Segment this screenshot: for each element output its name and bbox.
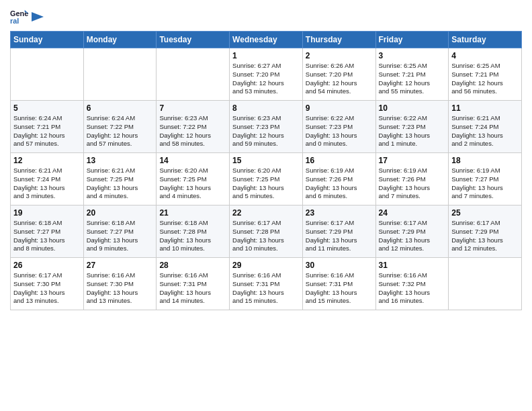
week-row-2: 12Sunrise: 6:21 AMSunset: 7:24 PMDayligh…: [11, 153, 522, 205]
cell-info: Sunrise: 6:25 AMSunset: 7:21 PMDaylight:…: [379, 62, 446, 96]
day-number: 14: [159, 156, 226, 165]
day-number: 6: [87, 103, 154, 113]
cell-info: Sunrise: 6:19 AMSunset: 7:27 PMDaylight:…: [451, 167, 519, 201]
weekday-header-wednesday: Wednesday: [230, 32, 303, 48]
day-number: 21: [159, 208, 226, 218]
calendar-cell: 1Sunrise: 6:27 AMSunset: 7:20 PMDaylight…: [230, 48, 303, 101]
day-number: 7: [159, 103, 226, 113]
day-number: 26: [13, 261, 81, 270]
day-number: 25: [451, 208, 519, 218]
calendar-cell: 18Sunrise: 6:19 AMSunset: 7:27 PMDayligh…: [449, 153, 522, 205]
weekday-header-sunday: Sunday: [11, 32, 84, 48]
calendar-cell: [157, 48, 230, 101]
cell-info: Sunrise: 6:17 AMSunset: 7:29 PMDaylight:…: [379, 219, 446, 253]
day-number: 9: [306, 103, 373, 113]
calendar-cell: 9Sunrise: 6:22 AMSunset: 7:23 PMDaylight…: [302, 101, 375, 153]
calendar-cell: 28Sunrise: 6:16 AMSunset: 7:31 PMDayligh…: [157, 258, 230, 310]
calendar-cell: 15Sunrise: 6:20 AMSunset: 7:25 PMDayligh…: [230, 153, 303, 205]
cell-info: Sunrise: 6:27 AMSunset: 7:20 PMDaylight:…: [232, 62, 300, 96]
calendar-cell: 12Sunrise: 6:21 AMSunset: 7:24 PMDayligh…: [11, 153, 84, 205]
cell-info: Sunrise: 6:25 AMSunset: 7:21 PMDaylight:…: [451, 62, 519, 96]
logo-icon: Gene ral: [10, 7, 29, 26]
day-number: 3: [379, 51, 446, 60]
cell-info: Sunrise: 6:18 AMSunset: 7:28 PMDaylight:…: [159, 219, 226, 253]
week-row-1: 5Sunrise: 6:24 AMSunset: 7:21 PMDaylight…: [11, 101, 522, 153]
cell-info: Sunrise: 6:16 AMSunset: 7:31 PMDaylight:…: [232, 271, 300, 306]
calendar-table: SundayMondayTuesdayWednesdayThursdayFrid…: [10, 31, 522, 310]
day-number: 8: [232, 103, 300, 113]
day-number: 24: [379, 208, 446, 218]
calendar-cell: 31Sunrise: 6:16 AMSunset: 7:32 PMDayligh…: [375, 258, 449, 310]
svg-marker-3: [32, 12, 44, 21]
cell-info: Sunrise: 6:21 AMSunset: 7:25 PMDaylight:…: [87, 167, 154, 201]
weekday-header-monday: Monday: [83, 32, 157, 48]
calendar-cell: 2Sunrise: 6:26 AMSunset: 7:20 PMDaylight…: [302, 48, 375, 101]
day-number: 18: [451, 156, 519, 165]
calendar-cell: 22Sunrise: 6:17 AMSunset: 7:28 PMDayligh…: [230, 205, 303, 258]
calendar-cell: 7Sunrise: 6:23 AMSunset: 7:22 PMDaylight…: [157, 101, 230, 153]
calendar-cell: 23Sunrise: 6:17 AMSunset: 7:29 PMDayligh…: [302, 205, 375, 258]
logo-flag-icon: [32, 12, 44, 21]
cell-info: Sunrise: 6:22 AMSunset: 7:23 PMDaylight:…: [379, 114, 446, 148]
day-number: 11: [451, 103, 519, 113]
cell-info: Sunrise: 6:18 AMSunset: 7:27 PMDaylight:…: [87, 219, 154, 253]
calendar-cell: 21Sunrise: 6:18 AMSunset: 7:28 PMDayligh…: [157, 205, 230, 258]
calendar-cell: 8Sunrise: 6:23 AMSunset: 7:23 PMDaylight…: [230, 101, 303, 153]
calendar-cell: 25Sunrise: 6:17 AMSunset: 7:29 PMDayligh…: [449, 205, 522, 258]
calendar-cell: [11, 48, 84, 101]
day-number: 23: [306, 208, 373, 218]
calendar-cell: 30Sunrise: 6:16 AMSunset: 7:31 PMDayligh…: [302, 258, 375, 310]
day-number: 17: [379, 156, 446, 165]
weekday-header-saturday: Saturday: [449, 32, 522, 48]
cell-info: Sunrise: 6:24 AMSunset: 7:22 PMDaylight:…: [87, 114, 154, 148]
cell-info: Sunrise: 6:23 AMSunset: 7:23 PMDaylight:…: [232, 114, 300, 148]
week-row-0: 1Sunrise: 6:27 AMSunset: 7:20 PMDaylight…: [11, 48, 522, 101]
day-number: 1: [232, 51, 300, 60]
weekday-header-thursday: Thursday: [302, 32, 375, 48]
cell-info: Sunrise: 6:19 AMSunset: 7:26 PMDaylight:…: [379, 167, 446, 201]
day-number: 2: [306, 51, 373, 60]
cell-info: Sunrise: 6:19 AMSunset: 7:26 PMDaylight:…: [306, 167, 373, 201]
calendar-cell: 24Sunrise: 6:17 AMSunset: 7:29 PMDayligh…: [375, 205, 449, 258]
logo-text: [32, 10, 44, 22]
calendar-cell: 14Sunrise: 6:20 AMSunset: 7:25 PMDayligh…: [157, 153, 230, 205]
cell-info: Sunrise: 6:16 AMSunset: 7:32 PMDaylight:…: [379, 271, 446, 306]
calendar-cell: 26Sunrise: 6:17 AMSunset: 7:30 PMDayligh…: [11, 258, 84, 310]
cell-info: Sunrise: 6:16 AMSunset: 7:30 PMDaylight:…: [87, 271, 154, 306]
day-number: 20: [87, 208, 154, 218]
calendar-cell: [449, 258, 522, 310]
day-number: 5: [13, 103, 81, 113]
calendar-cell: 20Sunrise: 6:18 AMSunset: 7:27 PMDayligh…: [83, 205, 157, 258]
cell-info: Sunrise: 6:18 AMSunset: 7:27 PMDaylight:…: [13, 219, 81, 253]
day-number: 4: [451, 51, 519, 60]
weekday-header-tuesday: Tuesday: [157, 32, 230, 48]
day-number: 29: [232, 261, 300, 270]
weekday-header-row: SundayMondayTuesdayWednesdayThursdayFrid…: [11, 32, 522, 48]
calendar-cell: 16Sunrise: 6:19 AMSunset: 7:26 PMDayligh…: [302, 153, 375, 205]
day-number: 12: [13, 156, 81, 165]
header: Gene ral: [10, 7, 522, 26]
cell-info: Sunrise: 6:26 AMSunset: 7:20 PMDaylight:…: [306, 62, 373, 96]
page: Gene ral SundayMondayTuesdayWednesd: [0, 0, 532, 411]
calendar-cell: 29Sunrise: 6:16 AMSunset: 7:31 PMDayligh…: [230, 258, 303, 310]
day-number: 16: [306, 156, 373, 165]
svg-text:ral: ral: [10, 17, 19, 25]
calendar-cell: 27Sunrise: 6:16 AMSunset: 7:30 PMDayligh…: [83, 258, 157, 310]
calendar-cell: 6Sunrise: 6:24 AMSunset: 7:22 PMDaylight…: [83, 101, 157, 153]
week-row-3: 19Sunrise: 6:18 AMSunset: 7:27 PMDayligh…: [11, 205, 522, 258]
cell-info: Sunrise: 6:20 AMSunset: 7:25 PMDaylight:…: [159, 167, 226, 201]
cell-info: Sunrise: 6:23 AMSunset: 7:22 PMDaylight:…: [159, 114, 226, 148]
day-number: 15: [232, 156, 300, 165]
calendar-cell: [83, 48, 157, 101]
calendar-cell: 4Sunrise: 6:25 AMSunset: 7:21 PMDaylight…: [449, 48, 522, 101]
cell-info: Sunrise: 6:16 AMSunset: 7:31 PMDaylight:…: [159, 271, 226, 306]
cell-info: Sunrise: 6:17 AMSunset: 7:28 PMDaylight:…: [232, 219, 300, 253]
calendar-cell: 5Sunrise: 6:24 AMSunset: 7:21 PMDaylight…: [11, 101, 84, 153]
cell-info: Sunrise: 6:17 AMSunset: 7:30 PMDaylight:…: [13, 271, 81, 306]
cell-info: Sunrise: 6:16 AMSunset: 7:31 PMDaylight:…: [306, 271, 373, 306]
day-number: 28: [159, 261, 226, 270]
cell-info: Sunrise: 6:17 AMSunset: 7:29 PMDaylight:…: [451, 219, 519, 253]
week-row-4: 26Sunrise: 6:17 AMSunset: 7:30 PMDayligh…: [11, 258, 522, 310]
cell-info: Sunrise: 6:21 AMSunset: 7:24 PMDaylight:…: [13, 167, 81, 201]
calendar-cell: 3Sunrise: 6:25 AMSunset: 7:21 PMDaylight…: [375, 48, 449, 101]
